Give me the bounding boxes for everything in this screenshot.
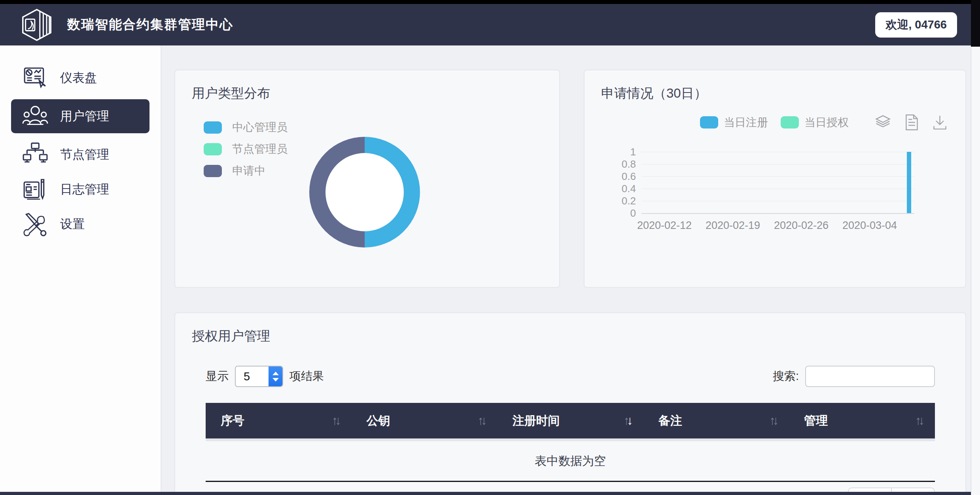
sort-icon: ↑↓	[769, 414, 779, 428]
table-controls: 显示 5 项结果 搜索:	[192, 366, 949, 387]
chevron-down-icon	[272, 378, 279, 382]
sort-icon: ↑↓	[332, 414, 341, 428]
scrollbar-area[interactable]	[971, 0, 980, 495]
column-header-remark[interactable]: 备注 ↑↓	[643, 403, 789, 438]
x-axis-tick: 2020-03-04	[842, 219, 897, 232]
legend-item[interactable]: 当日授权	[781, 115, 849, 130]
applications-bar-chart: 1 0.8 0.6 0.4 0.2 0 2020-02-12 2020-02-1…	[609, 152, 949, 214]
chevron-up-icon	[272, 372, 279, 375]
footer-bar	[0, 492, 971, 495]
download-icon[interactable]	[931, 113, 949, 131]
select-spinner[interactable]	[269, 367, 282, 386]
sidebar-item-label: 节点管理	[60, 146, 109, 163]
legend-label: 当日注册	[724, 115, 768, 130]
authorized-users-card: 授权用户管理 显示 5 项结果 搜索: 序号	[174, 312, 966, 495]
column-label: 序号	[221, 413, 244, 429]
sidebar: 仪表盘 用户管理 节点管理	[0, 45, 161, 495]
column-header-manage[interactable]: 管理 ↑↓	[789, 403, 935, 438]
legend-label: 节点管理员	[232, 142, 288, 157]
y-axis-tick: 0.6	[622, 170, 636, 183]
gridline	[641, 176, 914, 177]
legend-swatch-blue	[700, 116, 718, 128]
column-label: 备注	[658, 413, 682, 429]
brand-logo-icon	[20, 8, 54, 42]
welcome-user-button[interactable]: 欢迎, 04766	[875, 12, 957, 38]
layers-icon[interactable]	[874, 113, 892, 131]
legend-item[interactable]: 中心管理员	[204, 120, 543, 135]
scrollbar-track[interactable]	[971, 47, 980, 495]
column-header-register-time[interactable]: 注册时间 ↑↓	[498, 403, 643, 438]
authorized-users-title: 授权用户管理	[192, 327, 949, 345]
search-input[interactable]	[805, 366, 935, 387]
gridline	[641, 189, 914, 189]
y-axis-tick: 0.8	[622, 158, 636, 170]
users-icon	[22, 103, 48, 129]
sidebar-item-label: 用户管理	[60, 108, 109, 125]
x-axis-tick: 2020-02-19	[706, 219, 760, 232]
sort-icon: ↑↓	[915, 414, 925, 428]
sidebar-item-label: 日志管理	[60, 181, 109, 198]
page-size-select[interactable]: 5	[235, 366, 283, 387]
y-axis-tick: 1	[630, 146, 636, 158]
table-header-separator	[206, 438, 935, 441]
applications-toolbar: 当日注册 当日授权	[601, 113, 949, 131]
legend-label: 当日授权	[804, 115, 849, 130]
authorized-users-table: 序号 ↑↓ 公钥 ↑↓ 注册时间 ↑↓ 备注 ↑↓	[206, 403, 935, 495]
app-header: 数瑞智能合约集群管理中心 欢迎, 04766	[0, 4, 980, 45]
legend-swatch-slate	[204, 165, 222, 177]
dashboard-icon	[22, 65, 48, 91]
sidebar-item-users[interactable]: 用户管理	[11, 99, 149, 133]
column-header-index[interactable]: 序号 ↑↓	[206, 403, 352, 438]
gridline	[641, 164, 914, 164]
nodes-icon	[22, 142, 48, 168]
user-type-card-title: 用户类型分布	[192, 85, 543, 102]
column-label: 注册时间	[513, 413, 560, 429]
table-empty-text: 表中数据为空	[535, 453, 606, 469]
legend-swatch-green	[781, 116, 799, 128]
window-top-edge	[0, 0, 980, 4]
sidebar-item-nodes[interactable]: 节点管理	[0, 137, 161, 172]
applications-card-title: 申请情况（30日）	[601, 85, 949, 102]
settings-icon	[22, 211, 48, 237]
bar-registrations	[907, 152, 911, 213]
window-right-edge	[971, 0, 980, 47]
column-label: 管理	[804, 413, 828, 429]
sidebar-item-logs[interactable]: 日志管理	[0, 172, 161, 207]
app-title: 数瑞智能合约集群管理中心	[67, 16, 233, 34]
logs-icon	[22, 176, 48, 202]
main-content: 用户类型分布 中心管理员 节点管理员 申请中	[161, 45, 980, 495]
table-header-row: 序号 ↑↓ 公钥 ↑↓ 注册时间 ↑↓ 备注 ↑↓	[206, 403, 935, 438]
gridline	[641, 201, 914, 201]
legend-label: 申请中	[232, 163, 265, 178]
x-axis-tick: 2020-02-12	[637, 219, 692, 232]
sort-icon-desc-active: ↑↓	[623, 414, 633, 428]
sidebar-item-label: 设置	[60, 216, 85, 232]
gridline	[641, 152, 914, 152]
y-axis-tick: 0.2	[622, 195, 636, 207]
chart-plot-area: 1 0.8 0.6 0.4 0.2 0 2020-02-12 2020-02-1…	[641, 152, 914, 214]
column-header-pubkey[interactable]: 公钥 ↑↓	[352, 403, 498, 438]
sidebar-item-dashboard[interactable]: 仪表盘	[0, 60, 161, 95]
page-size-value: 5	[236, 367, 269, 386]
sidebar-item-settings[interactable]: 设置	[0, 207, 161, 242]
sidebar-item-label: 仪表盘	[60, 70, 97, 86]
chart-tools	[874, 113, 949, 131]
legend-item[interactable]: 当日注册	[700, 115, 768, 130]
donut-chart	[309, 137, 420, 248]
applications-card: 申请情况（30日） 当日注册 当日授权	[584, 70, 966, 288]
y-axis-tick: 0	[630, 207, 636, 219]
column-label: 公钥	[367, 413, 390, 429]
search-label: 搜索:	[773, 368, 799, 384]
legend-swatch-blue	[204, 121, 222, 134]
sort-icon: ↑↓	[478, 414, 487, 428]
results-label: 项结果	[289, 368, 324, 384]
table-empty-row: 表中数据为空	[206, 441, 935, 481]
table-bottom-border	[206, 481, 935, 482]
file-icon[interactable]	[902, 113, 920, 131]
x-axis-tick: 2020-02-26	[774, 219, 829, 232]
y-axis-tick: 0.4	[622, 183, 636, 195]
show-label: 显示	[206, 368, 229, 384]
legend-label: 中心管理员	[232, 120, 288, 135]
legend-swatch-green	[204, 143, 222, 155]
user-type-card: 用户类型分布 中心管理员 节点管理员 申请中	[174, 70, 560, 288]
